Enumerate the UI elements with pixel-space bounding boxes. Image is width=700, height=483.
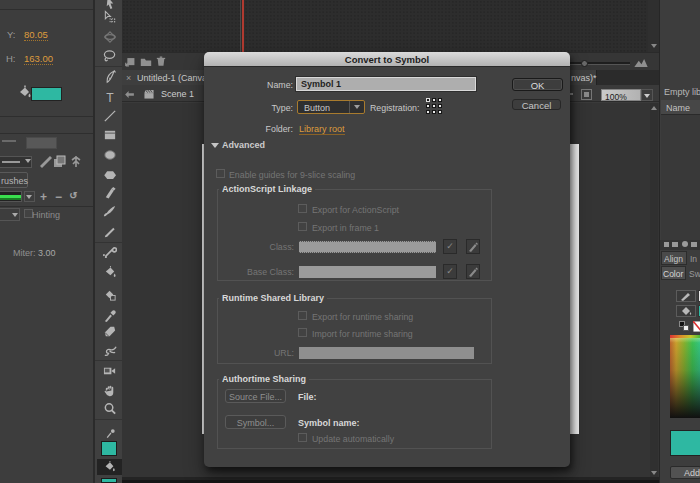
- svg-text:T: T: [106, 91, 114, 105]
